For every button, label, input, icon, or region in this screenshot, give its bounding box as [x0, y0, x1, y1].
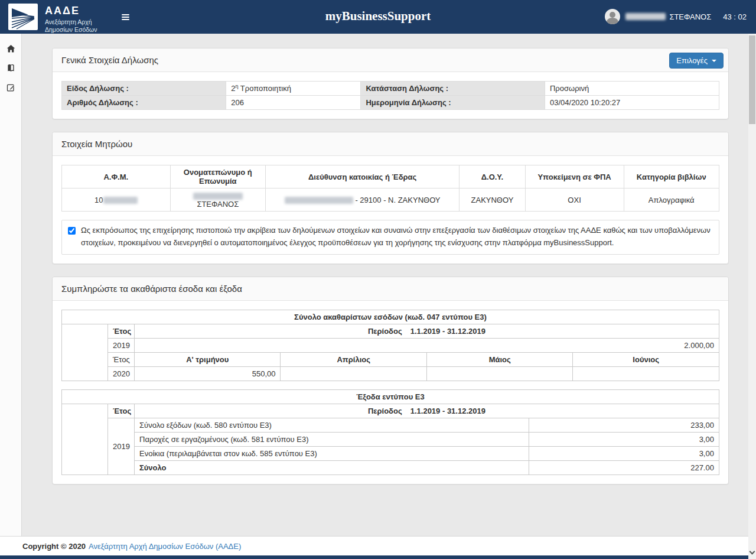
- user-name: ΣΤΕΦΑΝΟΣ: [669, 12, 711, 21]
- redacted-text: [285, 197, 353, 204]
- user-menu[interactable]: ΣΤΕΦΑΝΟΣ 43 : 02: [605, 9, 747, 24]
- panel-registry-title: Στοιχεία Μητρώου: [61, 139, 132, 149]
- expenses-category-cell: Έξοδα: [62, 404, 108, 474]
- panel-general-info: Γενικά Στοιχεία Δήλωσης Επιλογές Είδος Δ…: [52, 48, 729, 119]
- expense-rent-label: Ενοίκια (περιλαμβάνεται στον κωδ. 585 εν…: [135, 446, 529, 460]
- expenses-period-2019: Περίοδος1.1.2019 - 31.12.2019: [135, 404, 719, 418]
- panel-registry: Στοιχεία Μητρώου Α.Φ.Μ. Ονοματεπώνυμο ή …: [52, 132, 729, 264]
- consent-text: Ως εκπρόσωπος της επιχείρησης πιστοποιώ …: [81, 225, 713, 249]
- expense-row: Ενοίκια (περιλαμβάνεται στον κωδ. 585 εν…: [62, 446, 719, 460]
- copyright-text: Copyright © 2020: [22, 542, 86, 551]
- afm-value: 10: [62, 188, 171, 212]
- expense-total-row: Σύνολο 227.00: [62, 460, 719, 474]
- doy-value: ΖΑΚΥΝΘΟΥ: [460, 188, 525, 212]
- footer: Copyright © 2020 Ανεξάρτητη Αρχή Δημοσίω…: [0, 536, 756, 555]
- expense-total-input[interactable]: 233,00: [529, 418, 719, 432]
- expenses-sum-label: Σύνολο: [135, 460, 529, 474]
- session-timer: 43 : 02: [723, 12, 747, 21]
- declaration-number-value: 206: [226, 96, 361, 110]
- scrollbar-down-icon[interactable]: [750, 549, 755, 555]
- income-table-header: Σύνολο ακαθαρίστων εσόδων (κωδ. 047 εντύ…: [62, 310, 719, 324]
- expenses-table: Έξοδα εντύπου Ε3 Έξοδα Έτος Περίοδος1.1.…: [61, 389, 719, 475]
- income-col-may: Μάιος: [426, 352, 572, 366]
- income-2019-total-input[interactable]: 2.000,00: [135, 338, 719, 352]
- income-april-input[interactable]: [281, 366, 426, 381]
- income-category-cell: Έσοδα: [62, 324, 108, 381]
- vertical-scrollbar[interactable]: [748, 0, 756, 559]
- panel-filling-title: Συμπληρώστε τα ακαθάριστα έσοδα και έξοδ…: [61, 284, 242, 294]
- name-value: ΣΤΕΦΑΝΟΣ: [170, 188, 265, 212]
- redacted-text: [193, 193, 243, 200]
- income-q1-input[interactable]: 550,00: [135, 366, 281, 381]
- sidebar-item-edit[interactable]: [4, 80, 18, 95]
- expense-total-label: Σύνολο εξόδων (κωδ. 580 εντύπου Ε3): [135, 418, 529, 432]
- declaration-type-value: 2η Τροποποιητική: [226, 82, 361, 96]
- expense-rent-input[interactable]: 3,00: [529, 446, 719, 460]
- book-icon: [6, 64, 15, 73]
- income-june-input[interactable]: [573, 366, 719, 381]
- top-navbar: ΑΑΔΕ Ανεξάρτητη Αρχή Δημοσίων Εσόδων myB…: [0, 0, 756, 34]
- declaration-date-label: Ημερομηνία Δήλωσης :: [361, 96, 545, 110]
- expenses-sum-value: 227.00: [529, 460, 719, 474]
- registry-header-row: Α.Φ.Μ. Ονοματεπώνυμο ή Επωνυμία Διεύθυνσ…: [62, 165, 719, 188]
- user-avatar-icon: [605, 9, 620, 24]
- income-col-june: Ιούνιος: [573, 352, 719, 366]
- income-period-2019: Περίοδος1.1.2019 - 31.12.2019: [135, 324, 719, 338]
- panel-general-title: Γενικά Στοιχεία Δήλωσης: [61, 55, 158, 65]
- declaration-status-value: Προσωρινή: [545, 82, 719, 96]
- expenses-year-label: Έτος: [108, 404, 135, 418]
- col-vat: Υποκείμενη σε ΦΠΑ: [525, 165, 624, 188]
- income-may-input[interactable]: [426, 366, 572, 381]
- bottom-strip: [0, 555, 756, 559]
- sidebar-item-home[interactable]: [4, 41, 18, 56]
- redacted-surname: [625, 13, 666, 20]
- declaration-number-label: Αριθμός Δήλωσης :: [62, 96, 226, 110]
- income-year-label-2019: Έτος: [108, 324, 135, 338]
- redacted-text: [103, 197, 138, 204]
- panel-income-expenses: Συμπληρώστε τα ακαθάριστα έσοδα και έξοδ…: [52, 277, 729, 485]
- consent-checkbox[interactable]: [68, 227, 76, 235]
- address-value: - 29100 - Ν. ΖΑΚΥΝΘΟΥ: [266, 188, 460, 212]
- left-sidebar: [0, 34, 22, 536]
- expense-row: Παροχές σε εργαζομένους (κωδ. 581 εντύπο…: [62, 432, 719, 446]
- aade-link[interactable]: Ανεξάρτητη Αρχή Δημοσίων Εσόδων (ΑΑΔΕ): [89, 542, 241, 551]
- general-info-table: Είδος Δήλωσης : 2η Τροποποιητική Κατάστα…: [61, 81, 719, 110]
- declaration-date-value: 03/04/2020 10:20:27: [545, 96, 719, 110]
- col-name: Ονοματεπώνυμο ή Επωνυμία: [170, 165, 265, 188]
- col-doy: Δ.Ο.Υ.: [460, 165, 525, 188]
- income-year-2019: 2019: [108, 338, 135, 352]
- expense-row: 2019 Σύνολο εξόδων (κωδ. 580 εντύπου Ε3)…: [62, 418, 719, 432]
- income-year-2020: 2020: [108, 366, 135, 381]
- expenses-year-2019: 2019: [108, 418, 135, 474]
- vat-value: ΟΧΙ: [525, 188, 624, 212]
- brand-line2: Δημοσίων Εσόδων: [45, 26, 97, 34]
- income-col-q1: Α' τριμήνου: [135, 352, 281, 366]
- chevron-down-icon: [712, 60, 716, 62]
- col-address: Διεύθυνση κατοικίας ή Έδρας: [266, 165, 460, 188]
- col-afm: Α.Φ.Μ.: [62, 165, 171, 188]
- books-value: Απλογραφικά: [624, 188, 719, 212]
- edit-icon: [6, 83, 15, 92]
- main-content: Γενικά Στοιχεία Δήλωσης Επιλογές Είδος Δ…: [22, 34, 756, 536]
- declaration-status-label: Κατάσταση Δήλωσης :: [361, 82, 545, 96]
- scrollbar-thumb[interactable]: [749, 35, 755, 124]
- declaration-type-label: Είδος Δήλωσης :: [62, 82, 226, 96]
- income-table: Σύνολο ακαθαρίστων εσόδων (κωδ. 047 εντύ…: [61, 310, 719, 381]
- expense-benefits-label: Παροχές σε εργαζομένους (κωδ. 581 εντύπο…: [135, 432, 529, 446]
- expense-benefits-input[interactable]: 3,00: [529, 432, 719, 446]
- options-button[interactable]: Επιλογές: [669, 53, 724, 69]
- col-books: Κατηγορία βιβλίων: [624, 165, 719, 188]
- registry-table: Α.Φ.Μ. Ονοματεπώνυμο ή Επωνυμία Διεύθυνσ…: [61, 165, 719, 212]
- consent-box: Ως εκπρόσωπος της επιχείρησης πιστοποιώ …: [61, 220, 719, 255]
- sidebar-item-declarations[interactable]: [4, 61, 18, 75]
- income-year-label-2020: Έτος: [108, 352, 135, 366]
- registry-data-row: 10 ΣΤΕΦΑΝΟΣ - 29100 - Ν. ΖΑΚΥΝΘΟΥ ΖΑΚΥΝΘ…: [62, 188, 719, 212]
- expenses-table-header: Έξοδα εντύπου Ε3: [62, 389, 719, 404]
- home-icon: [6, 44, 15, 53]
- income-col-april: Απρίλιος: [281, 352, 426, 366]
